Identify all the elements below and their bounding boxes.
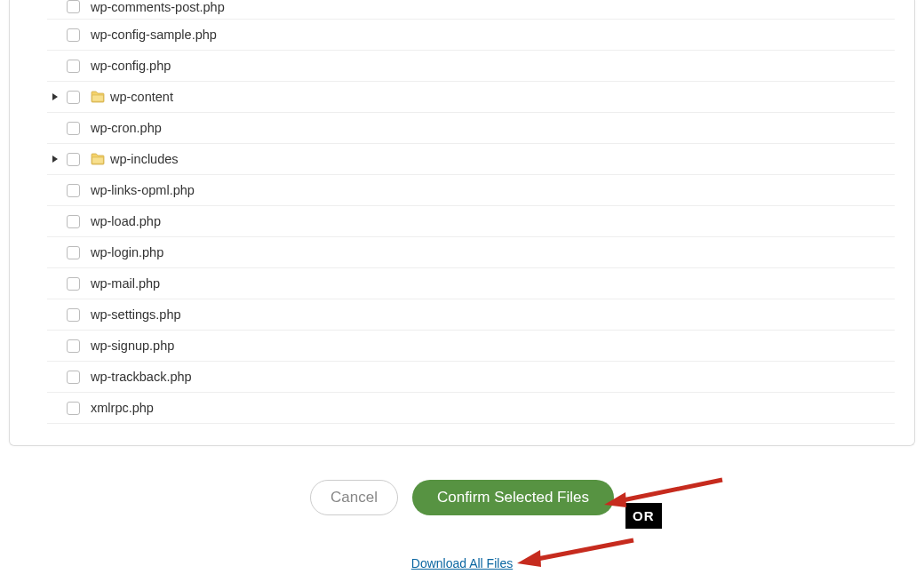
- download-all-files-link[interactable]: Download All Files: [411, 556, 513, 570]
- folder-icon: [91, 91, 105, 103]
- file-row[interactable]: wp-load.php: [47, 206, 895, 237]
- file-name: wp-links-opml.php: [91, 183, 195, 197]
- file-name: wp-mail.php: [91, 276, 160, 291]
- file-row[interactable]: wp-config.php: [47, 51, 895, 82]
- file-checkbox[interactable]: [67, 122, 80, 135]
- file-row[interactable]: wp-login.php: [47, 237, 895, 268]
- file-row[interactable]: wp-links-opml.php: [47, 175, 895, 206]
- file-row[interactable]: wp-includes: [47, 144, 895, 175]
- svg-rect-0: [92, 95, 104, 101]
- file-row[interactable]: wp-comments-post.php: [47, 0, 895, 20]
- file-checkbox[interactable]: [67, 371, 80, 384]
- file-checkbox[interactable]: [67, 153, 80, 166]
- confirm-selected-files-button[interactable]: Confirm Selected Files: [412, 480, 614, 515]
- file-row[interactable]: wp-signup.php: [47, 331, 895, 362]
- file-name: wp-includes: [110, 152, 179, 166]
- file-name: wp-cron.php: [91, 121, 162, 135]
- file-name: wp-load.php: [91, 214, 161, 228]
- file-list: wp-comments-post.phpwp-config-sample.php…: [47, 0, 895, 435]
- file-row[interactable]: wp-content: [47, 82, 895, 113]
- file-checkbox[interactable]: [67, 0, 80, 13]
- expand-toggle[interactable]: [47, 93, 63, 100]
- file-checkbox[interactable]: [67, 277, 80, 291]
- file-name: wp-login.php: [91, 245, 163, 259]
- file-checkbox[interactable]: [67, 91, 80, 104]
- chevron-right-icon: [52, 93, 58, 100]
- file-checkbox[interactable]: [67, 28, 80, 42]
- file-name: wp-config-sample.php: [91, 28, 217, 42]
- file-name: wp-config.php: [91, 59, 171, 73]
- file-checkbox[interactable]: [67, 184, 80, 197]
- file-row[interactable]: wp-settings.php: [47, 299, 895, 331]
- file-checkbox[interactable]: [67, 339, 80, 353]
- file-checkbox[interactable]: [67, 246, 80, 259]
- action-area: Cancel Confirm Selected Files Download A…: [0, 480, 924, 571]
- file-row[interactable]: wp-config-sample.php: [47, 20, 895, 51]
- folder-icon: [91, 153, 105, 165]
- file-checkbox[interactable]: [67, 308, 80, 322]
- file-row[interactable]: wp-mail.php: [47, 268, 895, 299]
- file-checkbox[interactable]: [67, 60, 80, 73]
- file-panel: wp-comments-post.phpwp-config-sample.php…: [9, 0, 915, 446]
- or-badge: OR: [625, 503, 662, 529]
- cancel-button[interactable]: Cancel: [310, 480, 398, 515]
- file-row[interactable]: wp-cron.php: [47, 113, 895, 144]
- button-row: Cancel Confirm Selected Files: [0, 480, 924, 515]
- chevron-right-icon: [52, 155, 58, 163]
- expand-toggle[interactable]: [47, 155, 63, 163]
- file-name: wp-signup.php: [91, 339, 174, 353]
- file-name: wp-comments-post.php: [91, 0, 225, 14]
- file-row[interactable]: xmlrpc.php: [47, 393, 895, 424]
- file-name: wp-settings.php: [91, 307, 181, 322]
- file-checkbox[interactable]: [67, 402, 80, 415]
- svg-rect-1: [92, 157, 104, 163]
- file-checkbox[interactable]: [67, 215, 80, 228]
- file-row[interactable]: wp-trackback.php: [47, 362, 895, 393]
- file-name: xmlrpc.php: [91, 401, 154, 415]
- file-name: wp-trackback.php: [91, 370, 192, 384]
- file-name: wp-content: [110, 90, 173, 104]
